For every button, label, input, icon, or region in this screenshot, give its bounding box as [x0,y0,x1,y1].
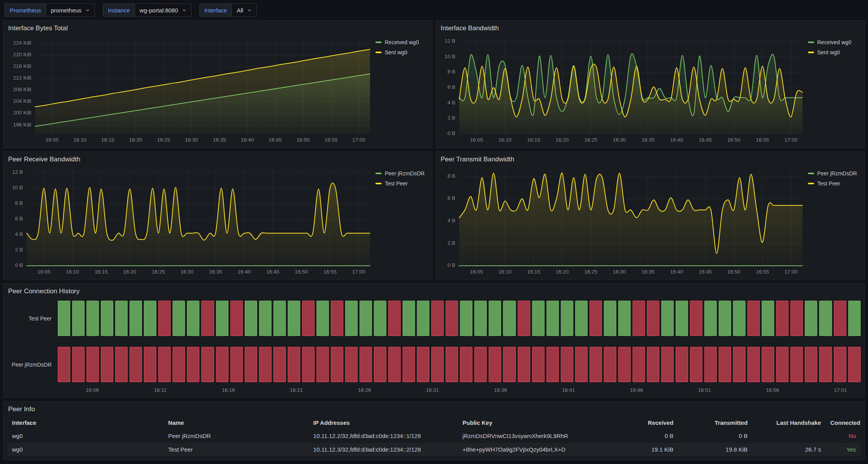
panel-title[interactable]: Interface Bandwidth [440,24,861,35]
x-axis-tick-label: 16:50 [291,137,315,143]
status-bar-up [360,301,372,336]
cell-transmitted: 19.8 KiB [678,443,752,456]
y-axis-tick-label: 10 B [12,185,23,190]
status-bar-up [101,301,113,336]
status-bar-down [590,301,602,336]
status-bar-up [561,301,573,336]
status-row: Test Peer [7,298,861,338]
status-bar-down [604,347,616,382]
legend-item[interactable]: Received wg0 [375,38,419,46]
x-axis-tick-label: 16:15 [522,269,545,275]
dashboard-variables-bar: Prometheus prometheus Instance wg-portal… [0,0,868,20]
y-axis-tick-label: 12 B [12,169,23,175]
x-axis-tick-label: 16:20 [118,269,142,275]
status-bar-down [58,347,70,382]
status-bar-down [431,301,444,336]
status-bar-down [776,347,788,382]
column-header-public-key[interactable]: Public Key [458,416,610,429]
chart-peer-connection-history[interactable]: Test PeerPeer jRzmDsDR16:0616:1116:1616:… [7,298,861,395]
status-bar-down [733,347,745,382]
y-axis-tick-label: 2 B [448,240,455,246]
chart-peer-receive-bandwidth[interactable]: 0 B2 B4 B6 B8 B10 B12 B16:0516:1016:1516… [7,166,428,277]
x-axis-tick-label: 16:26 [356,387,373,393]
column-header-received[interactable]: Received [610,416,678,429]
status-bar-down [388,301,401,336]
variable-select-instance[interactable]: wg-portal:8080 [135,3,192,17]
legend-item[interactable]: Sent wg0 [375,48,419,56]
x-axis-tick-label: 16:30 [180,137,203,143]
y-axis-tick-label: 10 B [444,54,455,59]
panel-interface-bytes-total: Interface Bytes Total 196 KiB200 KiB204 … [3,20,432,148]
legend-item[interactable]: Test Peer [375,180,425,187]
status-bar-up [762,301,774,336]
status-bar-down [360,347,372,382]
x-axis-tick-label: 16:05 [40,137,64,143]
panel-grid: Interface Bytes Total 196 KiB200 KiB204 … [0,20,868,463]
column-header-connected[interactable]: Connected [826,416,861,429]
cell-name: Test Peer [164,443,309,456]
chart-interface-bytes-total[interactable]: 196 KiB200 KiB204 KiB208 KiB212 KiB216 K… [7,35,428,145]
variable-instance: Instance wg-portal:8080 [103,3,192,17]
chart-legend: Received wg0Sent wg0 [375,38,419,56]
series-color-swatch [808,42,814,43]
status-bar-down [633,347,645,382]
x-axis-tick-label: 16:50 [722,269,745,275]
cell-received: 0 B [610,429,678,443]
status-bar-up [474,301,487,336]
x-axis-tick-label: 16:25 [152,137,175,143]
column-header-ip-addresses[interactable]: IP Addresses [309,416,458,429]
chart-canvas[interactable] [7,35,428,145]
legend-item[interactable]: Received wg0 [808,38,851,46]
status-bar-up [374,301,386,336]
status-bar-down [158,347,171,382]
panel-title[interactable]: Peer Connection History [7,287,861,298]
variable-select-interface[interactable]: All [232,3,257,17]
chart-peer-transmit-bandwidth[interactable]: 0 B2 B4 B6 B8 B16:0516:1016:1516:2016:25… [440,166,861,277]
chart-canvas[interactable] [440,35,861,145]
status-bar-down [834,347,846,382]
status-bar-down [647,347,659,382]
status-bar-up [72,301,85,336]
legend-item[interactable]: Peer jRzmDsDR [808,170,857,177]
panel-title[interactable]: Peer Info [7,405,861,416]
status-bar-up [676,301,688,336]
status-bar-down [302,301,315,336]
status-bar-down [446,301,458,336]
status-bar-up [819,301,832,336]
x-axis-tick-label: 16:16 [220,387,237,393]
x-axis-tick-label: 16:20 [124,137,147,143]
status-bar-down [834,301,846,336]
status-bar-down [431,347,444,382]
column-header-last-handshake[interactable]: Last Handshake [752,416,826,429]
status-bar-down [474,347,487,382]
y-axis-tick-label: 216 KiB [13,63,31,69]
panel-title[interactable]: Interface Bytes Total [7,24,428,35]
status-bar-down [690,301,702,336]
x-axis-tick-label: 16:30 [608,269,631,275]
panel-title[interactable]: Peer Receive Bandwidth [7,155,428,166]
panel-title[interactable]: Peer Transmit Bandwidth [440,155,861,166]
x-axis-tick-label: 16:45 [264,137,287,143]
x-axis-tick-label: 16:45 [693,137,717,143]
status-bar-up [503,301,515,336]
y-axis-tick-label: 204 KiB [13,98,31,104]
x-axis-tick-label: 16:21 [288,387,305,393]
cell-public-key: jRzmDsDRVnwCt13vsyamXherk9L9RhR [458,429,610,443]
x-axis-tick-label: 16:35 [636,137,660,143]
column-header-interface[interactable]: Interface [7,416,164,429]
legend-item[interactable]: Test Peer [808,180,857,187]
column-header-transmitted[interactable]: Transmitted [678,416,752,429]
variable-select-prometheus[interactable]: prometheus [46,3,95,17]
legend-item[interactable]: Peer jRzmDsDR [375,170,425,177]
chart-canvas[interactable] [7,166,428,277]
series-color-swatch [808,173,814,174]
x-axis-tick-label: 16:35 [204,269,227,275]
chart-interface-bandwidth[interactable]: 0 B2 B4 B6 B8 B10 B12 B16:0516:1016:1516… [440,35,861,145]
cell-ip-addresses: 10.11.12.2/32,fdfd:d3ad:c0de:1234::1/128 [309,429,458,443]
x-axis-tick-label: 16:10 [493,269,517,275]
column-header-name[interactable]: Name [164,416,309,429]
x-axis-tick-label: 16:55 [319,137,342,143]
legend-item[interactable]: Sent wg0 [808,48,851,56]
chevron-down-icon [247,8,252,12]
chart-canvas[interactable] [440,166,861,277]
